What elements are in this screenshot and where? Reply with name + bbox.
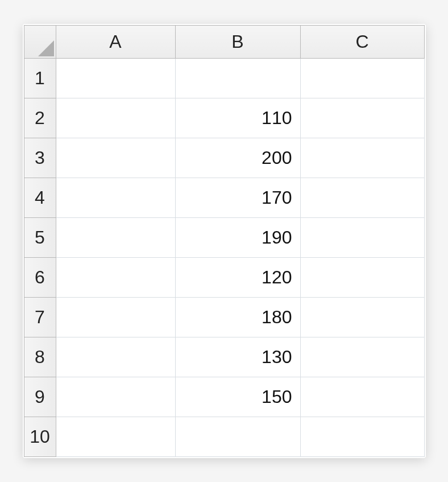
spreadsheet-container: A B C 1 2 110 3 200 bbox=[23, 24, 426, 458]
row-3: 3 200 bbox=[24, 138, 424, 178]
cell-A8[interactable] bbox=[56, 337, 175, 377]
cell-A9[interactable] bbox=[56, 377, 175, 417]
row-header-10[interactable]: 10 bbox=[24, 417, 56, 457]
cell-B1[interactable] bbox=[175, 59, 300, 98]
row-5: 5 190 bbox=[24, 218, 424, 258]
cell-A2[interactable] bbox=[56, 98, 175, 138]
cell-C5[interactable] bbox=[300, 218, 424, 258]
row-4: 4 170 bbox=[24, 178, 424, 218]
cell-C6[interactable] bbox=[300, 258, 424, 298]
row-6: 6 120 bbox=[24, 258, 424, 298]
cell-B4[interactable]: 170 bbox=[175, 178, 300, 218]
cell-A1[interactable] bbox=[56, 59, 175, 98]
cell-C4[interactable] bbox=[300, 178, 424, 218]
row-header-4[interactable]: 4 bbox=[24, 178, 56, 218]
spreadsheet-grid: A B C 1 2 110 3 200 bbox=[24, 25, 425, 457]
row-8: 8 130 bbox=[24, 337, 424, 377]
row-header-7[interactable]: 7 bbox=[24, 298, 56, 337]
cell-C1[interactable] bbox=[300, 59, 424, 98]
row-header-8[interactable]: 8 bbox=[24, 337, 56, 377]
cell-C8[interactable] bbox=[300, 337, 424, 377]
cell-B2[interactable]: 110 bbox=[175, 98, 300, 138]
row-header-5[interactable]: 5 bbox=[24, 218, 56, 258]
row-2: 2 110 bbox=[24, 98, 424, 138]
row-header-3[interactable]: 3 bbox=[24, 138, 56, 178]
cell-A7[interactable] bbox=[56, 298, 175, 337]
cell-B9[interactable]: 150 bbox=[175, 377, 300, 417]
select-all-corner[interactable] bbox=[24, 26, 56, 59]
column-header-B[interactable]: B bbox=[175, 26, 300, 59]
cell-B10[interactable] bbox=[175, 417, 300, 457]
cell-B6[interactable]: 120 bbox=[175, 258, 300, 298]
cell-C3[interactable] bbox=[300, 138, 424, 178]
cell-B3[interactable]: 200 bbox=[175, 138, 300, 178]
cell-A3[interactable] bbox=[56, 138, 175, 178]
row-header-6[interactable]: 6 bbox=[24, 258, 56, 298]
cell-C7[interactable] bbox=[300, 298, 424, 337]
cell-C9[interactable] bbox=[300, 377, 424, 417]
cell-A10[interactable] bbox=[56, 417, 175, 457]
row-10: 10 bbox=[24, 417, 424, 457]
column-header-A[interactable]: A bbox=[56, 26, 175, 59]
cell-A5[interactable] bbox=[56, 218, 175, 258]
cell-C2[interactable] bbox=[300, 98, 424, 138]
cell-B5[interactable]: 190 bbox=[175, 218, 300, 258]
row-1: 1 bbox=[24, 59, 424, 98]
cell-A4[interactable] bbox=[56, 178, 175, 218]
row-header-2[interactable]: 2 bbox=[24, 98, 56, 138]
cell-A6[interactable] bbox=[56, 258, 175, 298]
cell-C10[interactable] bbox=[300, 417, 424, 457]
cell-B8[interactable]: 130 bbox=[175, 337, 300, 377]
row-7: 7 180 bbox=[24, 298, 424, 337]
cell-B7[interactable]: 180 bbox=[175, 298, 300, 337]
row-header-9[interactable]: 9 bbox=[24, 377, 56, 417]
column-header-C[interactable]: C bbox=[300, 26, 424, 59]
row-header-1[interactable]: 1 bbox=[24, 59, 56, 98]
row-9: 9 150 bbox=[24, 377, 424, 417]
